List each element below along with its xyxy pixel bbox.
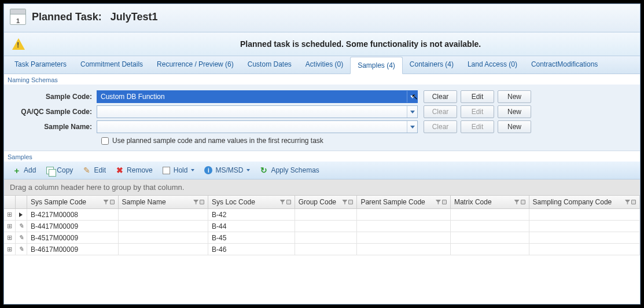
chevron-down-icon[interactable] bbox=[407, 91, 417, 102]
msmsd-button[interactable]: iMS/MSD bbox=[200, 164, 253, 177]
sample-code-row: Sample Code: Custom DB Function ↖ Clear … bbox=[10, 90, 634, 103]
filter-icon[interactable] bbox=[436, 200, 441, 204]
tab-containers[interactable]: Containers (4) bbox=[403, 56, 461, 74]
cell-matrix-code[interactable] bbox=[451, 232, 529, 243]
cell-sample-name[interactable] bbox=[119, 209, 209, 220]
tab-activities[interactable]: Activities (0) bbox=[299, 56, 350, 74]
pin-icon[interactable] bbox=[286, 200, 291, 204]
tab-custom-dates[interactable]: Custom Dates bbox=[241, 56, 299, 74]
window-header: 1 Planned Task: JulyTest1 bbox=[4, 4, 640, 32]
col-sys-loc-code[interactable]: Sys Loc Code bbox=[208, 196, 295, 208]
copy-button[interactable]: Copy bbox=[42, 164, 76, 177]
cell-matrix-code[interactable] bbox=[451, 209, 529, 220]
tab-samples[interactable]: Samples (4) bbox=[350, 57, 403, 74]
filter-icon[interactable] bbox=[514, 200, 520, 204]
col-sampling-company-code[interactable]: Sampling Company Code bbox=[529, 196, 640, 208]
sample-code-new-button[interactable]: New bbox=[498, 90, 531, 103]
cell-matrix-code[interactable] bbox=[451, 244, 529, 255]
col-parent-sample-code[interactable]: Parent Sample Code bbox=[357, 196, 451, 208]
tab-land-access[interactable]: Land Access (0) bbox=[461, 56, 524, 74]
title-prefix: Planned Task: bbox=[32, 11, 102, 23]
samples-section-label: Samples bbox=[4, 151, 640, 162]
chevron-down-icon[interactable] bbox=[407, 106, 417, 118]
use-planned-checkbox[interactable] bbox=[101, 137, 109, 145]
use-planned-checkbox-row: Use planned sample code and name values … bbox=[101, 137, 634, 145]
table-row[interactable]: ⊞B-4217M00008B-42 bbox=[4, 209, 640, 221]
chevron-down-icon bbox=[246, 169, 250, 171]
cell-group-code[interactable] bbox=[295, 232, 358, 243]
tab-commitment-details[interactable]: Commitment Details bbox=[73, 56, 150, 74]
cell-sampling-company-code[interactable] bbox=[529, 209, 640, 220]
tab-task-parameters[interactable]: Task Parameters bbox=[8, 56, 73, 74]
cell-sampling-company-code[interactable] bbox=[529, 244, 640, 255]
cell-sys-sample-code[interactable]: B-4517M00009 bbox=[27, 232, 119, 243]
naming-schemas-label: Naming Schemas bbox=[4, 74, 640, 85]
table-row[interactable]: ⊞✎B-4617M00009B-46 bbox=[4, 244, 640, 255]
sample-code-clear-button[interactable]: Clear bbox=[424, 90, 457, 103]
cell-sample-name[interactable] bbox=[119, 232, 209, 243]
cell-sys-loc-code[interactable]: B-46 bbox=[208, 244, 295, 255]
cell-parent-sample-code[interactable] bbox=[357, 244, 451, 255]
pin-icon[interactable] bbox=[110, 200, 115, 204]
x-icon: ✖ bbox=[115, 166, 124, 175]
cell-group-code[interactable] bbox=[295, 244, 358, 255]
add-button[interactable]: +Add bbox=[9, 164, 39, 177]
table-row[interactable]: ⊞✎B-4417M00009B-44 bbox=[4, 221, 640, 232]
cell-sample-name[interactable] bbox=[119, 244, 209, 255]
qaqc-new-button[interactable]: New bbox=[498, 105, 531, 118]
expand-toggle[interactable]: ⊞ bbox=[4, 232, 16, 243]
cell-group-code[interactable] bbox=[295, 209, 358, 220]
cell-group-code[interactable] bbox=[295, 221, 358, 232]
filter-icon[interactable] bbox=[625, 200, 630, 204]
col-sample-name[interactable]: Sample Name bbox=[119, 196, 209, 208]
edit-button[interactable]: ✎Edit bbox=[79, 164, 109, 177]
filter-icon[interactable] bbox=[280, 200, 285, 204]
cell-matrix-code[interactable] bbox=[451, 221, 529, 232]
filter-icon[interactable] bbox=[193, 200, 198, 204]
expand-toggle[interactable]: ⊞ bbox=[4, 221, 16, 232]
tab-contract-modifications[interactable]: ContractModifications bbox=[524, 56, 605, 74]
edit-row-icon: ✎ bbox=[19, 245, 24, 253]
cell-sys-loc-code[interactable]: B-42 bbox=[208, 209, 295, 220]
cell-sampling-company-code[interactable] bbox=[529, 221, 640, 232]
hold-button[interactable]: Hold bbox=[159, 164, 198, 177]
tab-recurrence-preview[interactable]: Recurrence / Preview (6) bbox=[150, 56, 241, 74]
pin-icon[interactable] bbox=[200, 200, 204, 204]
marker-header bbox=[16, 196, 27, 208]
samples-grid: Sys Sample Code Sample Name Sys Loc Code… bbox=[4, 196, 640, 255]
col-sys-sample-code[interactable]: Sys Sample Code bbox=[27, 196, 119, 208]
remove-button[interactable]: ✖Remove bbox=[112, 164, 156, 177]
cell-sys-sample-code[interactable]: B-4217M00008 bbox=[27, 209, 119, 220]
grid-header: Sys Sample Code Sample Name Sys Loc Code… bbox=[4, 196, 640, 209]
sample-name-combo[interactable] bbox=[97, 120, 418, 133]
pin-icon[interactable] bbox=[442, 200, 447, 204]
cell-sampling-company-code[interactable] bbox=[529, 232, 640, 243]
cell-parent-sample-code[interactable] bbox=[357, 209, 451, 220]
cell-sys-loc-code[interactable]: B-44 bbox=[208, 221, 295, 232]
cell-sys-loc-code[interactable]: B-45 bbox=[208, 232, 295, 243]
sample-code-edit-button[interactable]: Edit bbox=[461, 90, 494, 103]
pin-icon[interactable] bbox=[521, 200, 525, 204]
apply-schemas-button[interactable]: ↻Apply Schemas bbox=[256, 164, 322, 177]
cell-parent-sample-code[interactable] bbox=[357, 221, 451, 232]
cell-sys-sample-code[interactable]: B-4617M00009 bbox=[27, 244, 119, 255]
sample-code-combo[interactable]: Custom DB Function ↖ bbox=[97, 90, 418, 103]
group-by-hint[interactable]: Drag a column header here to group by th… bbox=[4, 179, 640, 196]
edit-row-icon: ✎ bbox=[19, 222, 24, 230]
chevron-down-icon[interactable] bbox=[407, 121, 417, 133]
cell-parent-sample-code[interactable] bbox=[357, 232, 451, 243]
col-group-code[interactable]: Group Code bbox=[295, 196, 358, 208]
col-matrix-code[interactable]: Matrix Code bbox=[451, 196, 529, 208]
cell-sys-sample-code[interactable]: B-4417M00009 bbox=[27, 221, 119, 232]
qaqc-combo[interactable] bbox=[97, 105, 418, 118]
expand-toggle[interactable]: ⊞ bbox=[4, 244, 16, 255]
cell-sample-name[interactable] bbox=[119, 221, 209, 232]
filter-icon[interactable] bbox=[104, 200, 109, 204]
table-row[interactable]: ⊞✎B-4517M00009B-45 bbox=[4, 232, 640, 244]
expand-toggle[interactable]: ⊞ bbox=[4, 209, 16, 220]
pin-icon[interactable] bbox=[631, 200, 636, 204]
info-icon: i bbox=[204, 166, 213, 175]
pin-icon[interactable] bbox=[348, 200, 353, 204]
sample-name-new-button[interactable]: New bbox=[498, 120, 531, 133]
filter-icon[interactable] bbox=[342, 200, 347, 204]
